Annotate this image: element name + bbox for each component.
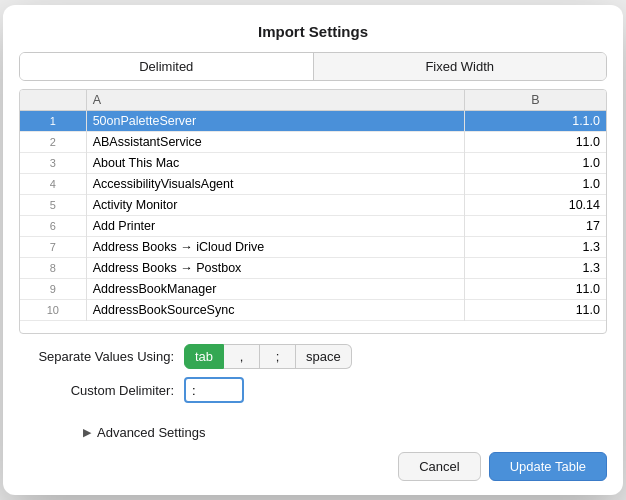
col-a-cell: Address Books → Postbox: [86, 258, 464, 279]
col-b-cell: 11.0: [464, 300, 606, 321]
table-row: 3 About This Mac 1.0: [20, 153, 606, 174]
col-a-cell: Add Printer: [86, 216, 464, 237]
col-b-cell: 1.3: [464, 237, 606, 258]
col-a-cell: AddressBookSourceSync: [86, 300, 464, 321]
row-number: 4: [20, 174, 86, 195]
row-number: 10: [20, 300, 86, 321]
tab-fixed-width[interactable]: Fixed Width: [314, 53, 607, 80]
row-number: 9: [20, 279, 86, 300]
row-number: 8: [20, 258, 86, 279]
custom-delimiter-input[interactable]: [184, 377, 244, 403]
import-settings-dialog: Import Settings Delimited Fixed Width A …: [3, 5, 623, 495]
chevron-right-icon: ▶: [83, 426, 91, 439]
custom-delimiter-row: Custom Delimiter:: [19, 377, 607, 403]
advanced-settings-label: Advanced Settings: [97, 425, 205, 440]
col-b-cell: 1.3: [464, 258, 606, 279]
row-number: 1: [20, 111, 86, 132]
sep-space-button[interactable]: space: [296, 344, 352, 369]
row-number: 3: [20, 153, 86, 174]
col-header-b: B: [464, 90, 606, 111]
row-number: 5: [20, 195, 86, 216]
table-row: 8 Address Books → Postbox 1.3: [20, 258, 606, 279]
tab-delimited[interactable]: Delimited: [20, 53, 314, 80]
cancel-button[interactable]: Cancel: [398, 452, 480, 481]
col-a-cell: AccessibilityVisualsAgent: [86, 174, 464, 195]
table-row: 10 AddressBookSourceSync 11.0: [20, 300, 606, 321]
controls-section: Separate Values Using: tab , ; space Cus…: [3, 334, 623, 421]
col-b-cell: 17: [464, 216, 606, 237]
table-scroll[interactable]: A B 1 50onPaletteServer 1.1.0 2 ABAssist…: [20, 90, 606, 333]
table-row: 4 AccessibilityVisualsAgent 1.0: [20, 174, 606, 195]
separate-label: Separate Values Using:: [19, 349, 174, 364]
dialog-footer: Cancel Update Table: [3, 444, 623, 495]
table-row: 5 Activity Monitor 10.14: [20, 195, 606, 216]
col-header-row: [20, 90, 86, 111]
col-b-cell: 11.0: [464, 279, 606, 300]
table-row: 2 ABAssistantService 11.0: [20, 132, 606, 153]
row-number: 6: [20, 216, 86, 237]
row-number: 7: [20, 237, 86, 258]
data-table-wrapper: A B 1 50onPaletteServer 1.1.0 2 ABAssist…: [19, 89, 607, 334]
col-header-a: A: [86, 90, 464, 111]
sep-tab-button[interactable]: tab: [184, 344, 224, 369]
advanced-settings-row[interactable]: ▶ Advanced Settings: [3, 421, 623, 444]
col-a-cell: AddressBookManager: [86, 279, 464, 300]
table-row: 1 50onPaletteServer 1.1.0: [20, 111, 606, 132]
dialog-title: Import Settings: [3, 5, 623, 52]
col-a-cell: About This Mac: [86, 153, 464, 174]
separator-buttons: tab , ; space: [184, 344, 352, 369]
col-b-cell: 1.0: [464, 153, 606, 174]
update-table-button[interactable]: Update Table: [489, 452, 607, 481]
row-number: 2: [20, 132, 86, 153]
col-a-cell: ABAssistantService: [86, 132, 464, 153]
tab-bar: Delimited Fixed Width: [19, 52, 607, 81]
col-a-cell: 50onPaletteServer: [86, 111, 464, 132]
table-row: 9 AddressBookManager 11.0: [20, 279, 606, 300]
col-a-cell: Address Books → iCloud Drive: [86, 237, 464, 258]
sep-comma-button[interactable]: ,: [224, 344, 260, 369]
table-row: 6 Add Printer 17: [20, 216, 606, 237]
custom-label: Custom Delimiter:: [19, 383, 174, 398]
col-b-cell: 10.14: [464, 195, 606, 216]
col-b-cell: 11.0: [464, 132, 606, 153]
data-table: A B 1 50onPaletteServer 1.1.0 2 ABAssist…: [20, 90, 606, 321]
col-b-cell: 1.1.0: [464, 111, 606, 132]
table-row: 7 Address Books → iCloud Drive 1.3: [20, 237, 606, 258]
col-a-cell: Activity Monitor: [86, 195, 464, 216]
sep-semicolon-button[interactable]: ;: [260, 344, 296, 369]
col-b-cell: 1.0: [464, 174, 606, 195]
separator-row: Separate Values Using: tab , ; space: [19, 344, 607, 369]
